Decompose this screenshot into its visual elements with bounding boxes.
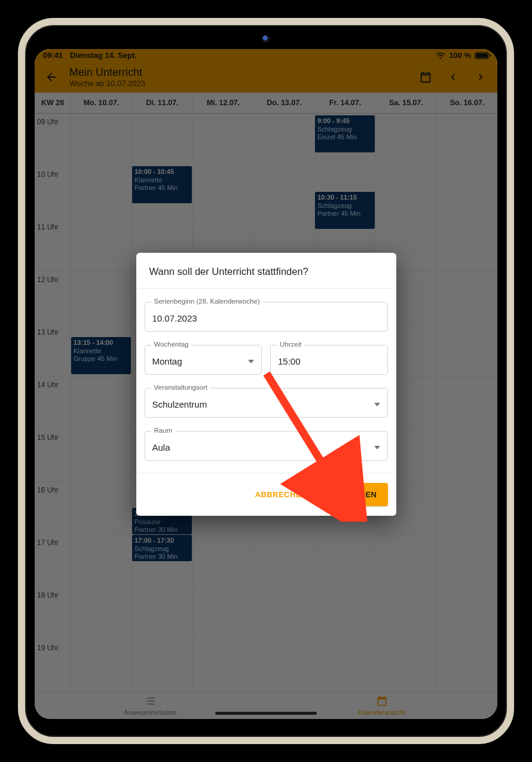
device-camera — [262, 35, 270, 43]
home-indicator — [215, 712, 317, 715]
chevron-down-icon — [374, 403, 380, 406]
chevron-down-icon — [248, 360, 254, 363]
start-date-value: 10.07.2023 — [152, 313, 197, 323]
dialog-title: Wann soll der Unterricht stattfinden? — [136, 253, 396, 289]
start-date-label: Serienbeginn (28. Kalenderwoche) — [151, 298, 263, 305]
cancel-button[interactable]: ABBRECHEN — [255, 490, 307, 499]
room-label: Raum — [151, 427, 176, 434]
apply-button[interactable]: ANWENDEN — [318, 483, 388, 506]
room-select[interactable]: Raum Aula — [145, 431, 388, 461]
venue-value: Schulzentrum — [152, 399, 207, 409]
schedule-dialog: Wann soll der Unterricht stattfinden? Se… — [136, 253, 396, 516]
weekday-value: Montag — [152, 356, 182, 366]
venue-select[interactable]: Veranstaltungsort Schulzentrum — [145, 388, 388, 418]
time-value: 15:00 — [278, 356, 301, 366]
weekday-label: Wochentag — [151, 341, 192, 348]
venue-label: Veranstaltungsort — [151, 384, 211, 391]
modal-overlay[interactable]: Wann soll der Unterricht stattfinden? Se… — [35, 49, 497, 719]
chevron-down-icon — [374, 446, 380, 449]
start-date-field[interactable]: Serienbeginn (28. Kalenderwoche) 10.07.2… — [145, 302, 388, 332]
time-field[interactable]: Uhrzeit 15:00 — [270, 345, 388, 375]
room-value: Aula — [152, 442, 170, 452]
time-label: Uhrzeit — [277, 341, 304, 348]
weekday-select[interactable]: Wochentag Montag — [145, 345, 262, 375]
